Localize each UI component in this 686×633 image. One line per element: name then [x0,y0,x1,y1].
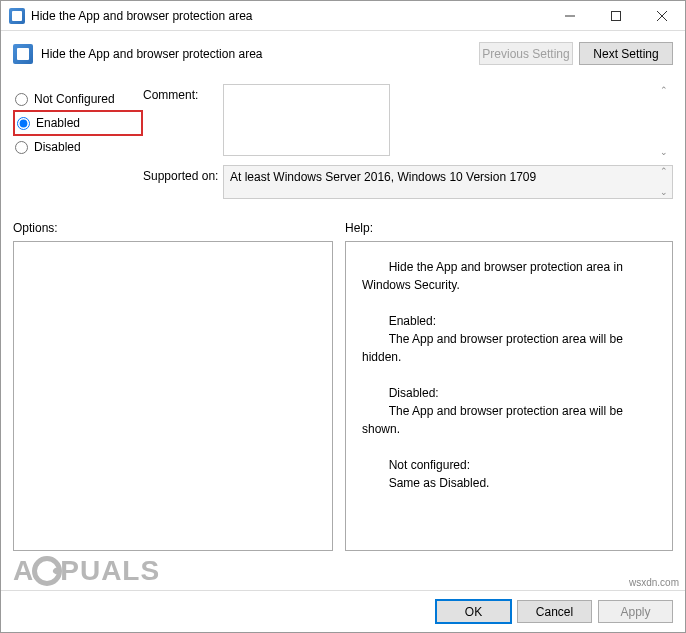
comment-textarea[interactable] [223,84,390,156]
apply-button: Apply [598,600,673,623]
supported-on-label: Supported on: [143,165,223,199]
radio-enabled-label: Enabled [36,116,80,130]
options-label: Options: [13,221,345,235]
comment-label: Comment: [143,84,223,159]
watermark-disc-icon [32,556,62,586]
footer-buttons: OK Cancel Apply [1,590,685,632]
radio-enabled-input[interactable] [17,117,30,130]
radio-not-configured-label: Not Configured [34,92,115,106]
options-panel [13,241,333,551]
radio-disabled[interactable]: Disabled [13,136,143,158]
supported-scrollbar[interactable]: ⌃⌄ [655,166,672,198]
supported-on-value: At least Windows Server 2016, Windows 10… [230,170,536,184]
main-content: Not Configured Enabled Disabled Comment:… [1,76,685,551]
supported-on-box: At least Windows Server 2016, Windows 10… [223,165,673,199]
maximize-button[interactable] [593,1,639,30]
radio-enabled[interactable]: Enabled [13,110,143,136]
cancel-button[interactable]: Cancel [517,600,592,623]
radio-not-configured-input[interactable] [15,93,28,106]
titlebar: Hide the App and browser protection area [1,1,685,31]
credit-text: wsxdn.com [629,577,679,588]
close-button[interactable] [639,1,685,30]
window-title: Hide the App and browser protection area [31,9,547,23]
svg-rect-1 [612,11,621,20]
policy-subtitle: Hide the App and browser protection area [41,47,473,61]
radio-disabled-input[interactable] [15,141,28,154]
watermark-logo: A PUALS [13,555,160,587]
comment-scrollbar[interactable]: ⌃⌄ [655,85,672,158]
policy-icon [13,44,33,64]
help-label: Help: [345,221,373,235]
ok-button[interactable]: OK [436,600,511,623]
toolbar: Hide the App and browser protection area… [1,31,685,76]
state-radio-group: Not Configured Enabled Disabled [13,84,143,205]
previous-setting-button: Previous Setting [479,42,573,65]
minimize-button[interactable] [547,1,593,30]
help-panel: Hide the App and browser protection area… [345,241,673,551]
watermark-pre: A [13,555,34,587]
next-setting-button[interactable]: Next Setting [579,42,673,65]
window-controls [547,1,685,30]
app-icon [9,8,25,24]
radio-disabled-label: Disabled [34,140,81,154]
watermark-post: PUALS [60,555,160,587]
radio-not-configured[interactable]: Not Configured [13,88,143,110]
